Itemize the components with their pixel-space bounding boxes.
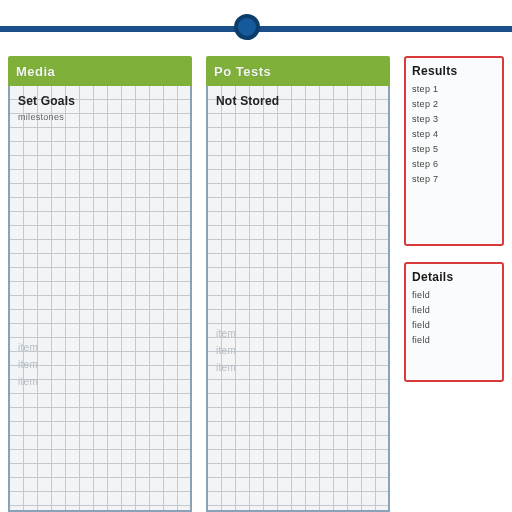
faint-block: item item item	[216, 328, 380, 373]
list-item: step 6	[412, 159, 496, 169]
column-body-tests[interactable]: Not Stored item item item	[206, 86, 390, 512]
column-header-label: Po Tests	[214, 64, 271, 79]
panel-results[interactable]: Results step 1 step 2 step 3 step 4 step…	[404, 56, 504, 246]
column-header-media[interactable]: Media	[8, 56, 192, 86]
column-body-media[interactable]: Set Goals milestones item item item	[8, 86, 192, 512]
list-item: item	[18, 359, 182, 370]
section-subtitle: milestones	[18, 112, 182, 122]
side-column: Results step 1 step 2 step 3 step 4 step…	[404, 56, 504, 512]
column-tests: Po Tests Not Stored item item item	[206, 56, 390, 512]
list-item: step 2	[412, 99, 496, 109]
column-media: Media Set Goals milestones item item ite…	[8, 56, 192, 512]
main-stage: Media Set Goals milestones item item ite…	[0, 56, 512, 512]
section-title: Set Goals	[18, 94, 182, 108]
section-title: Not Stored	[216, 94, 380, 108]
panel-details[interactable]: Details field field field field	[404, 262, 504, 382]
faint-block: item item item	[18, 342, 182, 387]
list-item: field	[412, 335, 496, 345]
list-item: step 7	[412, 174, 496, 184]
list-item: item	[216, 362, 380, 373]
list-item: step 3	[412, 114, 496, 124]
panel-title: Results	[412, 64, 496, 78]
list-item: item	[216, 345, 380, 356]
list-item: field	[412, 320, 496, 330]
list-item: field	[412, 305, 496, 315]
column-header-label: Media	[16, 64, 55, 79]
list-item: field	[412, 290, 496, 300]
list-item: item	[18, 342, 182, 353]
timeline-marker-icon[interactable]	[234, 14, 260, 40]
panel-title: Details	[412, 270, 496, 284]
column-header-tests[interactable]: Po Tests	[206, 56, 390, 86]
list-item: item	[216, 328, 380, 339]
list-item: step 4	[412, 129, 496, 139]
list-item: step 1	[412, 84, 496, 94]
list-item: item	[18, 376, 182, 387]
list-item: step 5	[412, 144, 496, 154]
